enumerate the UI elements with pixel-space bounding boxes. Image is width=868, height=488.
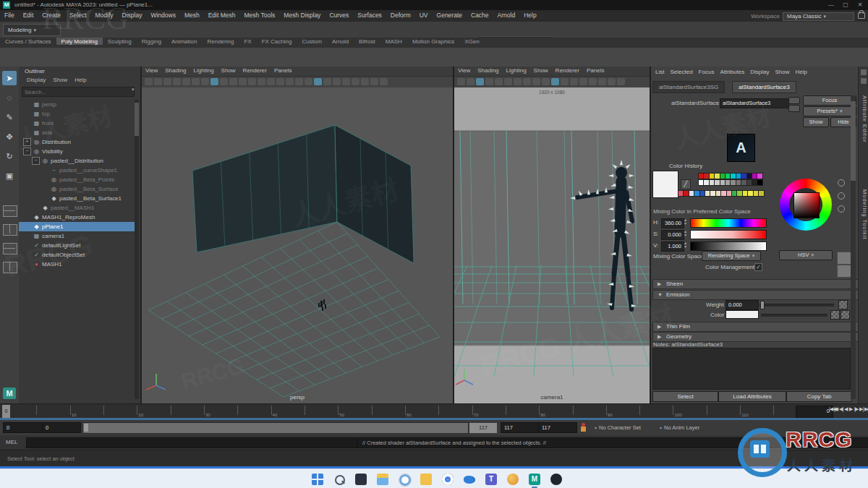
outliner-item-defaultobjectset[interactable]: ✓defaultObjectSet [19, 250, 135, 260]
viewport-toggle-icon-17[interactable] [617, 78, 625, 85]
swatch-lock-icon[interactable] [838, 179, 845, 187]
viewport-toggle-icon-10[interactable] [551, 78, 559, 85]
viewport-toggle-icon-7[interactable] [210, 78, 218, 85]
viewport-toggle-icon-10[interactable] [239, 78, 247, 85]
taskbar-app-dark-button[interactable] [545, 471, 567, 488]
ae-menu-help[interactable]: Help [792, 68, 809, 76]
spinner-icon[interactable]: ▲▼ [683, 241, 688, 249]
channel-value-s[interactable]: 0.000 [661, 230, 684, 240]
shelf-tab-rigging[interactable]: Rigging [137, 38, 166, 45]
playback-6-button[interactable]: ▶| [859, 406, 863, 412]
shelf-tab-bifrost[interactable]: Bifrost [354, 38, 380, 45]
shelf-tab-sculpting[interactable]: Sculpting [103, 38, 137, 45]
cam-menu-shading[interactable]: Shading [474, 67, 502, 74]
ae-menu-attributes[interactable]: Attributes [717, 68, 747, 76]
shelf-tab-rendering[interactable]: Rendering [202, 38, 239, 45]
persp-menu-renderer[interactable]: Renderer [239, 67, 271, 74]
viewport-toggle-icon-3[interactable] [485, 78, 493, 85]
anim-layer-dropdown[interactable]: No Anim Layer [660, 424, 699, 431]
outliner-item-top[interactable]: ▦top [19, 109, 135, 119]
cam-menu-lighting[interactable]: Lighting [503, 67, 530, 74]
shelf-tab-arnold[interactable]: Arnold [327, 38, 354, 45]
menu-curves[interactable]: Curves [325, 10, 353, 19]
spinner-icon[interactable]: ▲▼ [683, 218, 688, 226]
shelf-tab-fx-caching[interactable]: FX Caching [257, 38, 297, 45]
animation-end-field[interactable]: 117 [538, 422, 577, 433]
menu-edit-mesh[interactable]: Edit Mesh [204, 10, 240, 19]
layout-preset-1[interactable] [3, 224, 17, 236]
viewport-toggle-icon-13[interactable] [579, 78, 587, 85]
taskbar-chrome-button[interactable] [437, 471, 459, 488]
outliner-item-persp[interactable]: ▦persp [19, 100, 135, 109]
persp-menu-view[interactable]: View [142, 67, 161, 74]
menu-file[interactable]: File [0, 10, 19, 19]
outliner-item-mash1[interactable]: ●MASH1 [19, 260, 135, 269]
shelf-tab-motion-graphics[interactable]: Motion Graphics [407, 38, 459, 45]
outliner-scrollbar-thumb[interactable] [135, 103, 139, 136]
layout-preset-2[interactable] [3, 243, 17, 254]
viewport-toggle-icon-15[interactable] [286, 78, 294, 85]
shelf-tab-custom[interactable]: Custom [297, 38, 327, 45]
viewport-toggle-icon-14[interactable] [589, 78, 597, 85]
outliner-item-mash1-repromesh[interactable]: ◆MASH1_ReproMesh [19, 213, 135, 222]
current-time-marker[interactable]: 0 [2, 405, 10, 418]
bookmark-icon[interactable] [788, 105, 800, 112]
viewport-toggle-icon-1[interactable] [467, 78, 475, 85]
viewport-toggle-icon-0[interactable] [457, 78, 465, 85]
persp-menu-shading[interactable]: Shading [161, 67, 190, 74]
outliner-item-pplane1[interactable]: ◆pPlane1 [19, 222, 135, 231]
character-set-dropdown[interactable]: No Character Set [595, 424, 641, 431]
footer-load-attributes-button[interactable]: Load Attributes [718, 391, 786, 402]
outliner-item-pasted-beta-surface[interactable]: ◎pasted__Beta_Surface [19, 184, 135, 194]
range-handle-right[interactable]: 117 [469, 422, 498, 434]
set-key-icon[interactable] [579, 423, 588, 432]
sidebar-toggle-icon[interactable] [861, 78, 867, 84]
outliner-item-camera1[interactable]: ▦camera1 [19, 231, 135, 241]
close-button[interactable]: ✕ [855, 1, 865, 9]
mixing-space-dropdown[interactable]: Rendering Space [702, 251, 761, 261]
focus-button[interactable]: Focus [803, 95, 856, 106]
cam-menu-panels[interactable]: Panels [583, 67, 608, 74]
outliner-item-pasted-curveshape1[interactable]: ~pasted__curveShape1 [19, 166, 135, 175]
channel-slider-h[interactable] [690, 218, 767, 228]
taskbar-files-button[interactable] [415, 471, 437, 488]
footer-select-button[interactable]: Select [652, 391, 718, 402]
shelf-tab-poly-modeling[interactable]: Poly Modeling [56, 38, 103, 45]
presets-button[interactable]: Presets* [803, 106, 856, 116]
taskbar-onedrive-button[interactable] [459, 471, 480, 488]
menu-arnold[interactable]: Arnold [493, 10, 520, 19]
lock-icon[interactable] [858, 12, 865, 19]
shelf-tab-mash[interactable]: MASH [380, 38, 407, 45]
viewport-toggle-icon-16[interactable] [295, 78, 303, 85]
viewport-toggle-icon-6[interactable] [514, 78, 522, 85]
side-tab-modeling-toolkit[interactable]: Modeling Toolkit [860, 189, 868, 240]
playback-5-button[interactable]: |▶ [854, 406, 858, 412]
viewport-toggle-icon-12[interactable] [258, 78, 265, 85]
channel-value-h[interactable]: 360.00 [661, 218, 684, 228]
layout-preset-0[interactable] [3, 205, 17, 217]
menu-uv[interactable]: UV [415, 10, 433, 19]
section-emission[interactable]: ▼Emission [652, 290, 865, 300]
menu-windows[interactable]: Windows [146, 10, 179, 19]
move-tool[interactable]: ✥ [2, 129, 17, 144]
viewport-toggle-icon-9[interactable] [229, 78, 237, 85]
channel-slider-v[interactable] [690, 241, 767, 251]
footer-copy-tab-button[interactable]: Copy Tab [786, 391, 852, 402]
paint-select-tool[interactable]: ✎ [2, 110, 17, 124]
shelf-tab-curves-surfaces[interactable]: Curves / Surfaces [0, 38, 56, 45]
menu-edit[interactable]: Edit [19, 10, 38, 19]
ae-tab-aistandardsurface3sg[interactable]: aiStandardSurface3SG [652, 81, 725, 93]
palette-swatch[interactable] [757, 173, 763, 179]
sidebar-toggle-icon[interactable] [861, 69, 867, 75]
menu-cache[interactable]: Cache [467, 10, 493, 19]
viewport-toggle-icon-24[interactable] [370, 78, 378, 85]
taskbar-chat-button[interactable] [393, 471, 415, 488]
section-thin-film[interactable]: ▶Thin Film [652, 322, 865, 332]
taskbar-search-button[interactable] [328, 471, 350, 488]
cam-menu-renderer[interactable]: Renderer [552, 67, 583, 74]
swatch-lock-icon[interactable] [838, 192, 845, 200]
compare-swatch-a[interactable] [837, 252, 851, 265]
shelf-tab-animation[interactable]: Animation [166, 38, 203, 45]
color-management-checkbox[interactable]: ✓ [754, 263, 762, 271]
viewport-toggle-icon-21[interactable] [342, 78, 350, 85]
